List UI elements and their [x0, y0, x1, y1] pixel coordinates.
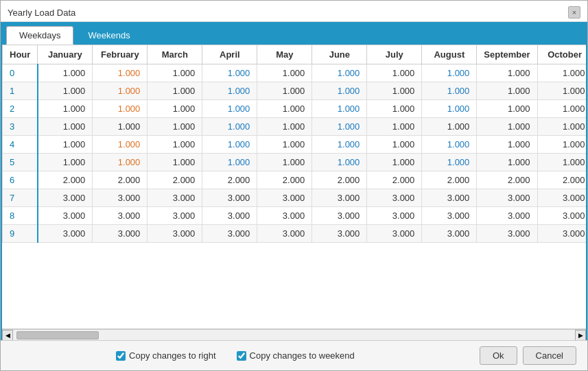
- close-button[interactable]: ×: [568, 6, 580, 19]
- cell-value[interactable]: 2.000: [257, 171, 312, 189]
- cell-value[interactable]: 2.000: [537, 171, 586, 189]
- cell-value[interactable]: 1.000: [202, 154, 257, 171]
- cancel-button[interactable]: Cancel: [523, 346, 576, 365]
- cell-value[interactable]: 1.000: [202, 64, 257, 82]
- cell-value[interactable]: 3.000: [93, 225, 148, 243]
- cell-value[interactable]: 1.000: [257, 118, 312, 136]
- cell-value[interactable]: 3.000: [257, 225, 312, 243]
- cell-value[interactable]: 3.000: [422, 225, 477, 243]
- cell-value[interactable]: 1.000: [148, 64, 202, 82]
- cell-value[interactable]: 1.000: [422, 64, 477, 82]
- cell-value[interactable]: 1.000: [477, 100, 537, 118]
- cell-value[interactable]: 3.000: [367, 207, 422, 225]
- cell-value[interactable]: 1.000: [367, 100, 422, 118]
- cell-value[interactable]: 1.000: [202, 100, 257, 118]
- cell-value[interactable]: 1.000: [257, 64, 312, 82]
- cell-value[interactable]: 1.000: [93, 64, 148, 82]
- cell-value[interactable]: 1.000: [477, 118, 537, 136]
- cell-value[interactable]: 1.000: [257, 136, 312, 154]
- cell-value[interactable]: 1.000: [38, 100, 93, 118]
- cell-value[interactable]: 3.000: [477, 207, 537, 225]
- cell-value[interactable]: 3.000: [257, 189, 312, 207]
- cell-value[interactable]: 1.000: [202, 118, 257, 136]
- cell-value[interactable]: 1.000: [202, 82, 257, 100]
- cell-value[interactable]: 1.000: [257, 100, 312, 118]
- cell-value[interactable]: 2.000: [93, 171, 148, 189]
- cell-value[interactable]: 1.000: [422, 82, 477, 100]
- cell-value[interactable]: 1.000: [537, 118, 586, 136]
- cell-value[interactable]: 3.000: [367, 189, 422, 207]
- tab-weekdays[interactable]: Weekdays: [6, 26, 73, 45]
- cell-value[interactable]: 3.000: [312, 189, 367, 207]
- cell-value[interactable]: 3.000: [537, 189, 586, 207]
- ok-button[interactable]: Ok: [480, 346, 517, 365]
- copy-to-right-checkbox-container[interactable]: Copy changes to right: [116, 350, 215, 361]
- cell-value[interactable]: 1.000: [148, 118, 202, 136]
- cell-value[interactable]: 3.000: [367, 225, 422, 243]
- cell-value[interactable]: 3.000: [202, 189, 257, 207]
- cell-value[interactable]: 1.000: [93, 100, 148, 118]
- cell-value[interactable]: 2.000: [367, 171, 422, 189]
- cell-value[interactable]: 3.000: [477, 189, 537, 207]
- cell-value[interactable]: 3.000: [312, 207, 367, 225]
- cell-value[interactable]: 1.000: [477, 64, 537, 82]
- cell-value[interactable]: 1.000: [537, 82, 586, 100]
- cell-value[interactable]: 2.000: [148, 171, 202, 189]
- cell-value[interactable]: 3.000: [537, 225, 586, 243]
- cell-value[interactable]: 1.000: [148, 82, 202, 100]
- cell-value[interactable]: 2.000: [202, 171, 257, 189]
- cell-value[interactable]: 1.000: [93, 154, 148, 171]
- cell-value[interactable]: 1.000: [312, 64, 367, 82]
- scroll-right-button[interactable]: ▶: [575, 330, 586, 341]
- cell-value[interactable]: 1.000: [148, 100, 202, 118]
- cell-value[interactable]: 1.000: [367, 154, 422, 171]
- cell-value[interactable]: 1.000: [38, 64, 93, 82]
- cell-value[interactable]: 1.000: [367, 136, 422, 154]
- cell-value[interactable]: 1.000: [93, 82, 148, 100]
- cell-value[interactable]: 3.000: [38, 189, 93, 207]
- cell-value[interactable]: 3.000: [422, 207, 477, 225]
- cell-value[interactable]: 3.000: [148, 225, 202, 243]
- cell-value[interactable]: 1.000: [257, 154, 312, 171]
- cell-value[interactable]: 3.000: [537, 207, 586, 225]
- cell-value[interactable]: 1.000: [93, 118, 148, 136]
- cell-value[interactable]: 2.000: [312, 171, 367, 189]
- cell-value[interactable]: 1.000: [202, 136, 257, 154]
- cell-value[interactable]: 2.000: [422, 171, 477, 189]
- cell-value[interactable]: 1.000: [38, 118, 93, 136]
- cell-value[interactable]: 1.000: [537, 136, 586, 154]
- cell-value[interactable]: 1.000: [367, 118, 422, 136]
- horizontal-scrollbar[interactable]: ◀ ▶: [2, 329, 586, 340]
- cell-value[interactable]: 3.000: [93, 189, 148, 207]
- cell-value[interactable]: 1.000: [422, 154, 477, 171]
- scroll-left-button[interactable]: ◀: [2, 330, 13, 341]
- scroll-thumb[interactable]: [16, 331, 99, 339]
- cell-value[interactable]: 1.000: [38, 82, 93, 100]
- cell-value[interactable]: 1.000: [93, 136, 148, 154]
- tab-weekends[interactable]: Weekends: [75, 26, 143, 45]
- cell-value[interactable]: 1.000: [38, 136, 93, 154]
- cell-value[interactable]: 1.000: [367, 82, 422, 100]
- cell-value[interactable]: 3.000: [38, 207, 93, 225]
- cell-value[interactable]: 1.000: [312, 118, 367, 136]
- copy-to-weekend-checkbox[interactable]: [237, 351, 246, 361]
- cell-value[interactable]: 1.000: [312, 154, 367, 171]
- cell-value[interactable]: 1.000: [537, 100, 586, 118]
- cell-value[interactable]: 3.000: [422, 189, 477, 207]
- cell-value[interactable]: 2.000: [477, 171, 537, 189]
- cell-value[interactable]: 1.000: [148, 154, 202, 171]
- cell-value[interactable]: 1.000: [367, 64, 422, 82]
- cell-value[interactable]: 1.000: [537, 154, 586, 171]
- cell-value[interactable]: 1.000: [312, 136, 367, 154]
- cell-value[interactable]: 3.000: [38, 225, 93, 243]
- cell-value[interactable]: 1.000: [312, 82, 367, 100]
- cell-value[interactable]: 1.000: [312, 100, 367, 118]
- cell-value[interactable]: 3.000: [477, 225, 537, 243]
- cell-value[interactable]: 3.000: [148, 189, 202, 207]
- cell-value[interactable]: 3.000: [148, 207, 202, 225]
- copy-to-weekend-checkbox-container[interactable]: Copy changes to weekend: [237, 350, 355, 361]
- cell-value[interactable]: 3.000: [312, 225, 367, 243]
- cell-value[interactable]: 1.000: [257, 82, 312, 100]
- cell-value[interactable]: 1.000: [422, 100, 477, 118]
- cell-value[interactable]: 1.000: [477, 136, 537, 154]
